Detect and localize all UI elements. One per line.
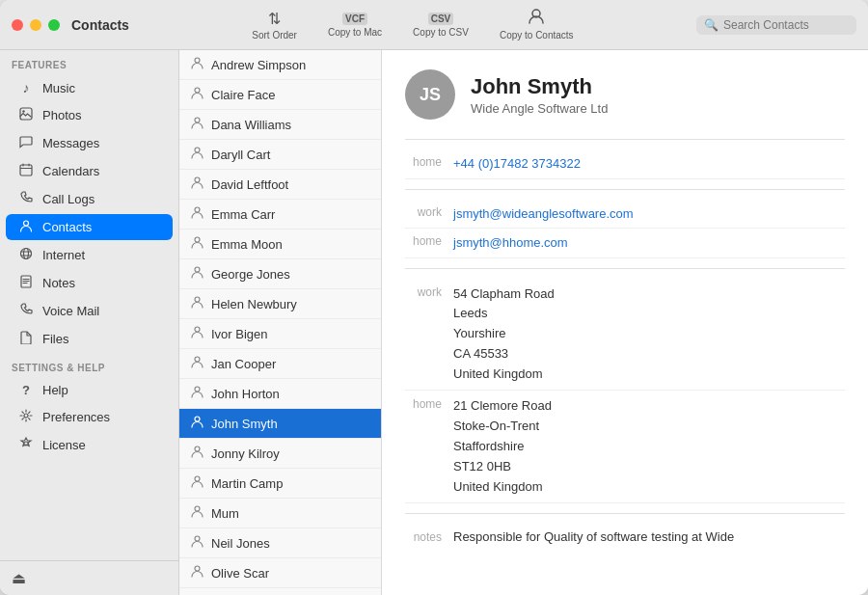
copy-to-contacts-button[interactable]: Copy to Contacts — [484, 5, 589, 44]
svg-point-15 — [195, 207, 200, 212]
address-home-line5: United Kingdom — [453, 477, 552, 498]
address-work-lines: 54 Clapham Road Leeds Yourshire CA 45533… — [453, 284, 555, 385]
contact-item[interactable]: Dana Williams — [179, 110, 381, 140]
contact-name: Emma Carr — [211, 207, 275, 222]
contact-item[interactable]: Martin Camp — [179, 469, 381, 499]
address-home-label: home — [405, 396, 453, 411]
contact-item[interactable]: Ivor Bigen — [179, 319, 381, 349]
phone-home-value[interactable]: +44 (0)17482 3734322 — [453, 154, 581, 174]
contact-item[interactable]: Claire Face — [179, 80, 381, 110]
license-icon — [17, 437, 35, 453]
address-home-line3: Staffordshire — [453, 437, 552, 457]
contact-name: Daryll Cart — [211, 148, 270, 162]
contact-item[interactable]: Emma Moon — [179, 230, 381, 259]
eject-icon[interactable]: ⏏ — [12, 570, 26, 586]
copy-to-mac-label: Copy to Mac — [328, 27, 382, 38]
detail-company: Wide Angle Software Ltd — [471, 101, 608, 116]
contact-item[interactable]: Olive Scar — [179, 558, 381, 588]
minimize-button[interactable] — [30, 19, 41, 31]
sidebar-item-label: Calendars — [42, 164, 99, 178]
sidebar-item-photos[interactable]: Photos — [6, 102, 173, 128]
address-home-block: home 21 Clemore Road Stoke-On-Trent Staf… — [405, 391, 845, 503]
sidebar-item-voice-mail[interactable]: Voice Mail — [6, 298, 173, 324]
svg-point-5 — [21, 249, 32, 259]
contact-name: Emma Moon — [211, 237, 283, 252]
sidebar-item-contacts[interactable]: Contacts — [6, 214, 173, 240]
contact-item[interactable]: George Jones — [179, 259, 381, 289]
svg-point-22 — [195, 417, 200, 421]
svg-point-23 — [195, 446, 200, 451]
detail-name: John Smyth — [471, 74, 608, 99]
contact-item[interactable]: Andrew Simpson — [179, 50, 381, 80]
avatar: JS — [405, 69, 455, 120]
calendars-icon — [17, 163, 35, 179]
contact-name: Andrew Simpson — [211, 58, 306, 72]
contact-item[interactable]: Emma Carr — [179, 200, 381, 230]
contact-name: Martin Camp — [211, 476, 283, 491]
notes-label: notes — [405, 529, 453, 544]
contact-name: George Jones — [211, 267, 290, 282]
sidebar-item-notes[interactable]: Notes — [6, 270, 173, 296]
email-work-row: work jsmyth@wideanglesoftware.com — [405, 200, 845, 230]
email-work-value[interactable]: jsmyth@wideanglesoftware.com — [453, 204, 634, 224]
notes-value: Responsible for Quality of software test… — [453, 529, 734, 544]
contact-item[interactable]: David Leftfoot — [179, 170, 381, 200]
copy-to-mac-button[interactable]: VCF Copy to Mac — [312, 9, 397, 41]
address-work-line4: CA 45533 — [453, 344, 555, 365]
contact-name: John Smyth — [211, 417, 278, 431]
sidebar-item-label: Help — [42, 383, 68, 397]
contact-header: JS John Smyth Wide Angle Software Ltd — [405, 69, 845, 120]
svg-point-13 — [195, 148, 200, 152]
contact-name: John Horton — [211, 387, 280, 401]
contact-item[interactable]: Jan Cooper — [179, 349, 381, 379]
svg-point-4 — [24, 221, 29, 226]
person-icon — [191, 296, 203, 311]
main-content: Features ♪ Music Photos Messages — [0, 50, 868, 595]
sidebar-item-internet[interactable]: Internet — [6, 242, 173, 268]
copy-to-csv-button[interactable]: CSV Copy to CSV — [397, 9, 484, 41]
contact-item-selected[interactable]: John Smyth — [179, 409, 381, 439]
svg-point-14 — [195, 177, 200, 182]
svg-point-16 — [195, 237, 200, 242]
sort-order-button[interactable]: ⇅ Sort Order — [236, 6, 312, 44]
contact-item[interactable]: Helen Newbury — [179, 289, 381, 319]
close-button[interactable] — [12, 19, 23, 31]
titlebar: Contacts ⇅ Sort Order VCF Copy to Mac CS… — [0, 0, 868, 50]
sidebar-item-music[interactable]: ♪ Music — [6, 75, 173, 100]
contact-name: Dana Williams — [211, 118, 291, 132]
sidebar-item-preferences[interactable]: Preferences — [6, 404, 173, 430]
svg-point-6 — [24, 249, 29, 259]
contact-item[interactable]: Paul Adams — [179, 588, 381, 595]
sidebar-item-calendars[interactable]: Calendars — [6, 158, 173, 184]
person-icon — [191, 565, 203, 581]
address-home-line2: Stoke-On-Trent — [453, 417, 552, 437]
music-icon: ♪ — [17, 80, 35, 95]
address-home-line1: 21 Clemore Road — [453, 396, 552, 417]
contact-name: Jan Cooper — [211, 357, 276, 371]
sidebar-item-help[interactable]: ? Help — [6, 378, 173, 402]
search-bar[interactable]: 🔍 — [696, 15, 856, 35]
search-input[interactable] — [723, 18, 849, 32]
sidebar-item-messages[interactable]: Messages — [6, 130, 173, 156]
sidebar-item-call-logs[interactable]: Call Logs — [6, 186, 173, 212]
contact-item[interactable]: Neil Jones — [179, 528, 381, 558]
contact-item[interactable]: Daryll Cart — [179, 140, 381, 170]
sidebar-item-license[interactable]: License — [6, 432, 173, 458]
contact-item[interactable]: Mum — [179, 499, 381, 528]
contact-item[interactable]: John Horton — [179, 379, 381, 409]
sidebar-item-label: Voice Mail — [42, 304, 99, 318]
maximize-button[interactable] — [48, 19, 60, 31]
address-work-line5: United Kingdom — [453, 365, 555, 385]
sidebar-item-label: Files — [42, 332, 68, 346]
sidebar-item-label: Preferences — [42, 410, 110, 424]
email-home-value[interactable]: jsmyth@hhome.com — [453, 233, 568, 253]
csv-icon: CSV — [428, 13, 454, 25]
svg-point-10 — [195, 58, 200, 63]
sidebar-item-files[interactable]: Files — [6, 326, 173, 352]
person-icon — [191, 356, 203, 371]
copy-to-csv-label: Copy to CSV — [413, 27, 469, 38]
address-work-line3: Yourshire — [453, 324, 555, 344]
contact-name: Ivor Bigen — [211, 327, 268, 341]
contact-item[interactable]: Jonny Kilroy — [179, 439, 381, 469]
copy-contacts-icon — [528, 9, 545, 28]
